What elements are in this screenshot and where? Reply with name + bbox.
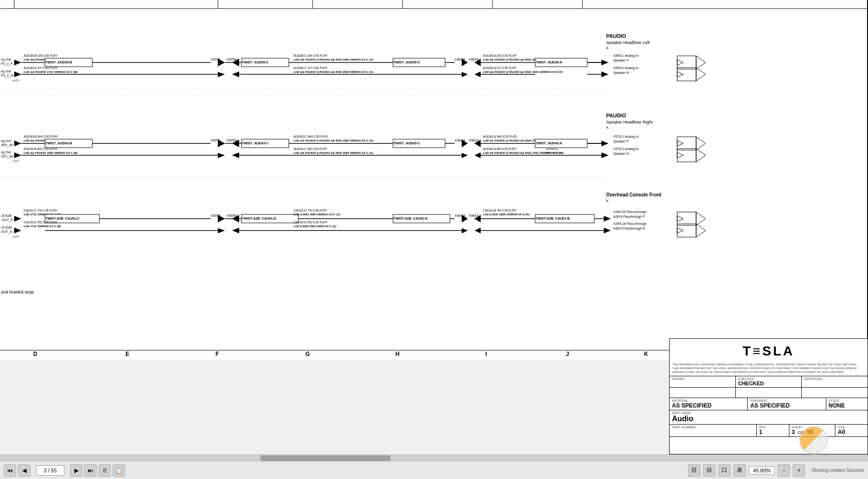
- svg-marker-55: [462, 72, 468, 77]
- svg-text:E: E: [125, 351, 129, 357]
- svg-text:X299-18 Pass-through: X299-18 Pass-through: [613, 222, 646, 226]
- svg-marker-79: [218, 140, 225, 147]
- status-icon-4[interactable]: 表: [734, 464, 746, 477]
- scale-cell: SCALE NONE: [826, 398, 868, 410]
- svg-text:x175: x175: [13, 79, 19, 82]
- nav-prev-button[interactable]: ◀: [18, 464, 30, 477]
- svg-text:x175: x175: [13, 235, 19, 238]
- svg-text:-OUT_P: -OUT_P: [1, 218, 13, 222]
- svg-rect-206: [677, 68, 696, 81]
- status-icon-1[interactable]: 目: [688, 464, 700, 477]
- svg-text:LHD && PAUDIO || PAUDIO && RHD: LHD && PAUDIO || PAUDIO && RHD 2566 3489…: [294, 139, 373, 142]
- svg-text:I: I: [485, 351, 487, 357]
- zoom-plus-button[interactable]: +: [793, 464, 805, 477]
- svg-text:Speaker N: Speaker N: [613, 71, 629, 75]
- page-input[interactable]: [36, 465, 64, 476]
- toolbar-right: 目 目 口 表 45.80% − + Sharing creates Succe…: [688, 464, 864, 477]
- zoom-minus-button[interactable]: −: [778, 464, 790, 477]
- svg-marker-155: [604, 216, 611, 222]
- copy-button[interactable]: ⎘: [98, 464, 111, 477]
- tesla-logo: T≡SLA: [670, 339, 868, 361]
- approval-row: DRAWN CHECKED CHECKED APPROVED: [670, 376, 868, 388]
- svg-text:AUD39-B  GN  0.50  FLRY: AUD39-B GN 0.50 FLRY: [24, 54, 58, 57]
- svg-text:AUD44-A  BN  0.50  FLRY: AUD44-A BN 0.50 FLRY: [483, 147, 517, 151]
- svg-text:X299-20 Pass-through: X299-20 Pass-through: [613, 210, 646, 214]
- svg-text:AUD40-A  GY  0.50  FLRY: AUD40-A GY 0.50 FLRY: [483, 66, 517, 70]
- svg-text:X569-2 Analog In: X569-2 Analog In: [613, 66, 639, 70]
- svg-text:og Out: og Out: [1, 70, 11, 73]
- svg-text:og Out: og Out: [1, 151, 11, 154]
- svg-text:CAU02-D  RD  0.35  FLRY: CAU02-D RD 0.35 FLRY: [294, 221, 328, 224]
- svg-text:X579-2 Analog In: X579-2 Analog In: [613, 147, 639, 151]
- svg-text:P3_2_P: P3_2_P: [1, 62, 13, 66]
- svg-marker-108: [218, 153, 225, 158]
- part-name-row: PART NAME Audio: [670, 410, 868, 425]
- page-indicator: [36, 465, 64, 476]
- svg-marker-41: [677, 60, 683, 65]
- svg-text:H: H: [395, 351, 400, 357]
- svg-marker-205: [696, 56, 706, 69]
- bottom-toolbar: ⏮ ◀ ▶ ⏭ ⎘ 📋 目 目 口 表 45.80% − + Sharing c…: [0, 461, 868, 479]
- svg-text:X981F: X981F: [469, 139, 479, 142]
- svg-text:AUD44-C  BN  0.50  FLRY: AUD44-C BN 0.50 FLRY: [294, 147, 328, 151]
- svg-text:Overhead Console Front: Overhead Console Front: [606, 192, 662, 197]
- material-row: MATERIAL AS SPECIFIED FINISHING AS SPECI…: [670, 398, 868, 410]
- svg-marker-124: [677, 152, 683, 158]
- status-icon-3[interactable]: 口: [718, 464, 731, 477]
- svg-rect-214: [677, 224, 696, 237]
- svg-text:16 A2B: 16 A2B: [1, 214, 12, 217]
- title-block: T≡SLA THE INFORMATION CONTAINED HEREIN I…: [669, 338, 868, 454]
- svg-text:Speaker N: Speaker N: [613, 152, 629, 156]
- svg-text:G: G: [305, 351, 310, 357]
- status-text: Sharing creates Success: [812, 468, 864, 473]
- svg-text:TWIST_AUD43-C: TWIST_AUD43-C: [242, 142, 268, 145]
- svg-text:AUD39-C  GN  0.50  FLRY: AUD39-C GN 0.50 FLRY: [294, 54, 328, 57]
- svg-marker-158: [677, 216, 683, 222]
- svg-text:og Out: og Out: [1, 58, 11, 62]
- nav-next-button[interactable]: ▶: [70, 464, 82, 477]
- svg-text:TWIST_AUD39-C: TWIST_AUD39-C: [394, 61, 420, 64]
- svg-marker-56: [474, 71, 481, 77]
- svg-text:and braided strap: and braided strap: [1, 290, 34, 294]
- svg-text:TWIST_AUD39-A: TWIST_AUD39-A: [536, 61, 562, 64]
- svg-text:TWIST_AUD43-C: TWIST_AUD43-C: [394, 142, 420, 145]
- scrollbar-thumb[interactable]: [260, 455, 391, 461]
- svg-text:X579-1 Analog In: X579-1 Analog In: [613, 135, 639, 139]
- nav-first-button[interactable]: ⏮: [4, 464, 16, 477]
- svg-text:LHD || RHD  2566  3489I-XX-C (: LHD || RHD 2566 3489I-XX-C (A): [294, 225, 336, 228]
- svg-text:LHD && PAUDIO  1696  3489042-X: LHD && PAUDIO 1696 3489042-XX-C (B): [24, 151, 78, 154]
- schematic-drawing: PAUDIO Speaker Headliner Left K og Out P…: [0, 0, 868, 360]
- approved-cell: APPROVED: [802, 376, 868, 387]
- svg-text:A2B A Passthrough N: A2B A Passthrough N: [613, 227, 645, 231]
- nav-last-button[interactable]: ⏭: [84, 464, 97, 477]
- svg-text:D: D: [33, 351, 37, 357]
- svg-marker-131: [14, 216, 21, 222]
- svg-rect-208: [677, 137, 696, 150]
- svg-text:CAU01-C  TN  0.35  FLRY: CAU01-C TN 0.35 FLRY: [24, 209, 58, 212]
- part-number-cell: PART NUMBER: [670, 425, 757, 436]
- svg-text:Speaker P: Speaker P: [613, 59, 629, 62]
- svg-text:AUD43-B  WH  0.50  FLRY: AUD43-B WH 0.50 FLRY: [24, 135, 59, 138]
- status-icon-2[interactable]: 目: [703, 464, 716, 477]
- svg-text:15 A2B: 15 A2B: [1, 226, 12, 229]
- finishing-cell: FINISHING AS SPECIFIED: [748, 398, 826, 410]
- svg-text:X935M: X935M: [226, 214, 237, 217]
- svg-text:K: K: [644, 351, 648, 357]
- disclaimer-text: THE INFORMATION CONTAINED HEREIN IS DEEM…: [670, 361, 868, 376]
- svg-text:LHD || RHD  2566  3489041-XX-C: LHD || RHD 2566 3489041-XX-C (A): [294, 213, 340, 216]
- svg-marker-72: [14, 141, 21, 146]
- svg-marker-20: [218, 59, 225, 66]
- svg-text:og Out: og Out: [1, 139, 11, 143]
- svg-marker-165: [218, 228, 225, 233]
- horizontal-scrollbar[interactable]: [0, 454, 868, 461]
- part-number-row: PART NUMBER REV 1 SHEET 3 OF 55 SIZE A0: [670, 425, 868, 437]
- svg-text:AUD43-A  WH  0.50  FLRY: AUD43-A WH 0.50 FLRY: [483, 135, 518, 138]
- svg-marker-207: [696, 68, 706, 81]
- svg-marker-215: [696, 224, 706, 237]
- svg-text:AUD44-A: AUD44-A: [546, 148, 558, 151]
- svg-marker-166: [232, 228, 239, 233]
- svg-marker-103: [14, 152, 21, 158]
- svg-marker-100: [677, 141, 683, 146]
- svg-text:J: J: [566, 351, 569, 357]
- paste-button[interactable]: 📋: [113, 464, 125, 477]
